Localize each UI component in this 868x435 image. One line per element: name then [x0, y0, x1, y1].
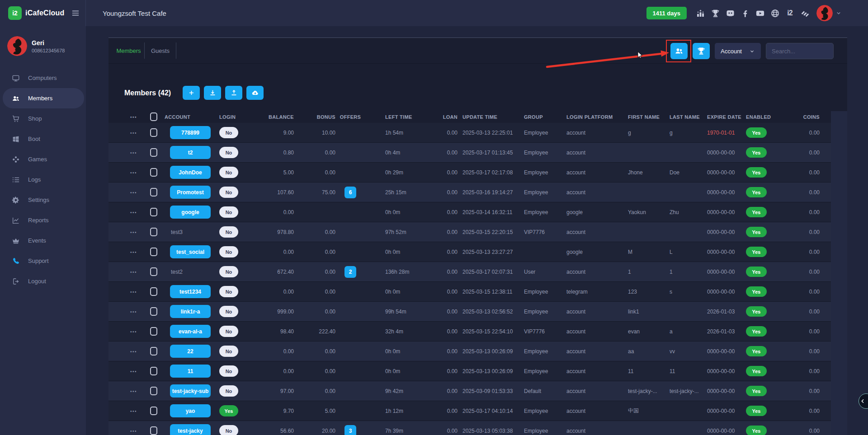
account-pill[interactable]: 778899 — [170, 126, 211, 139]
sidebar-item-boot[interactable]: Boot — [0, 129, 86, 149]
sidebar-item-computers[interactable]: Computers — [0, 68, 86, 88]
sidebar-item-logs[interactable]: Logs — [0, 169, 86, 190]
sidebar-item-games[interactable]: Games — [0, 149, 86, 169]
left-time-cell: 0h 0m — [365, 249, 432, 255]
tab-members[interactable]: Members — [113, 42, 145, 59]
expire-date-cell: 0000-00-00 — [702, 150, 742, 156]
row-menu-icon[interactable]: ••• — [130, 150, 137, 155]
login-platform-cell: telegram — [561, 289, 623, 295]
layers-icon[interactable] — [799, 8, 810, 19]
row-checkbox[interactable] — [150, 148, 157, 157]
hamburger-menu-icon[interactable] — [71, 9, 80, 18]
account-pill[interactable]: test-jacky — [170, 424, 211, 435]
account-label: test2 — [165, 269, 183, 275]
account-pill[interactable]: test-jacky-sub — [170, 384, 211, 398]
account-pill[interactable]: test1234 — [170, 285, 211, 298]
row-menu-icon[interactable]: ••• — [130, 429, 137, 434]
row-checkbox[interactable] — [150, 347, 157, 355]
row-checkbox[interactable] — [150, 228, 157, 236]
row-menu-icon[interactable]: ••• — [130, 349, 137, 354]
offers-badge[interactable]: 6 — [344, 187, 356, 198]
add-member-button[interactable] — [183, 86, 200, 100]
account-pill[interactable]: JohnDoe — [170, 166, 211, 179]
discord-icon[interactable] — [725, 8, 736, 19]
row-menu-icon[interactable]: ••• — [130, 309, 137, 314]
row-checkbox[interactable] — [150, 267, 157, 276]
row-menu-icon[interactable]: ••• — [130, 250, 137, 255]
row-menu-icon[interactable]: ••• — [130, 290, 137, 295]
last-name-cell: L — [665, 249, 702, 255]
row-menu-icon[interactable]: ••• — [130, 409, 137, 414]
export-button[interactable] — [225, 86, 242, 100]
account-pill[interactable]: evan-al-a — [170, 325, 211, 338]
rewards-button[interactable] — [693, 43, 710, 59]
row-menu-icon[interactable]: ••• — [130, 230, 137, 235]
globe-icon[interactable] — [769, 8, 780, 19]
row-checkbox[interactable] — [150, 327, 157, 336]
members-filter-button[interactable] — [670, 43, 688, 59]
row-menu-icon[interactable]: ••• — [130, 170, 137, 175]
search-field-select[interactable]: Account — [715, 43, 761, 59]
windows-icon — [12, 135, 21, 144]
offers-badge[interactable]: 2 — [344, 266, 356, 278]
row-menu-icon[interactable]: ••• — [130, 329, 137, 334]
account-pill[interactable]: Promotest — [170, 186, 211, 199]
search-input[interactable] — [766, 43, 834, 59]
sidebar-item-shop[interactable]: Shop — [0, 108, 86, 129]
account-pill[interactable]: link1r-a — [170, 305, 211, 318]
members-panel: Members Guests Account Members (42) •••A — [108, 37, 847, 435]
import-button[interactable] — [204, 86, 221, 100]
login-status-badge: No — [219, 226, 238, 238]
row-checkbox[interactable] — [150, 188, 157, 196]
select-all-checkbox[interactable] — [150, 112, 157, 121]
sidebar-item-settings[interactable]: Settings — [0, 190, 86, 210]
trophy-icon[interactable] — [710, 8, 721, 19]
table-scrollbar-track[interactable] — [831, 111, 847, 435]
youtube-icon[interactable] — [755, 8, 765, 19]
login-status-badge: No — [219, 306, 238, 317]
row-checkbox[interactable] — [150, 387, 157, 395]
row-checkbox[interactable] — [150, 407, 157, 415]
row-checkbox[interactable] — [150, 208, 157, 216]
user-avatar[interactable] — [816, 5, 833, 21]
menu-dots-icon[interactable]: ••• — [130, 115, 137, 120]
account-pill[interactable]: 11 — [170, 365, 211, 378]
account-pill[interactable]: test_social — [170, 245, 211, 258]
row-menu-icon[interactable]: ••• — [130, 369, 137, 374]
sidebar-item-events[interactable]: Events — [0, 230, 86, 251]
row-checkbox[interactable] — [150, 128, 157, 137]
enabled-cell: Yes — [742, 426, 778, 435]
row-checkbox[interactable] — [150, 307, 157, 316]
sidebar-item-members[interactable]: Members — [3, 88, 84, 108]
first-name-cell: g — [623, 130, 665, 136]
row-menu-icon[interactable]: ••• — [130, 131, 137, 136]
offers-badge[interactable]: 3 — [344, 425, 356, 435]
account-pill[interactable]: 22 — [170, 345, 211, 358]
row-checkbox[interactable] — [150, 287, 157, 296]
chevron-down-icon[interactable] — [835, 10, 842, 16]
row-checkbox[interactable] — [150, 367, 157, 375]
tab-guests[interactable]: Guests — [145, 42, 176, 59]
row-checkbox[interactable] — [150, 426, 157, 435]
icafecloud-icon[interactable]: i2 — [784, 8, 795, 19]
ranking-icon[interactable] — [695, 8, 706, 19]
row-menu-icon[interactable]: ••• — [130, 190, 137, 195]
account-pill[interactable]: yao — [170, 404, 211, 417]
sidebar-item-logout[interactable]: Logout — [0, 271, 86, 291]
sidebar-item-reports[interactable]: Reports — [0, 210, 86, 230]
facebook-icon[interactable] — [740, 8, 750, 19]
row-menu-icon[interactable]: ••• — [130, 270, 137, 275]
cloud-download-button[interactable] — [246, 86, 264, 100]
bonus-cell: 0.00 — [294, 269, 335, 275]
row-menu-icon[interactable]: ••• — [130, 210, 137, 215]
row-menu-icon[interactable]: ••• — [130, 389, 137, 394]
account-pill[interactable]: google — [170, 206, 211, 219]
sidebar-item-support[interactable]: Support — [0, 251, 86, 271]
row-checkbox[interactable] — [150, 248, 157, 256]
account-pill[interactable]: t2 — [170, 146, 211, 159]
row-menu-cell: ••• — [108, 189, 148, 196]
row-checkbox[interactable] — [150, 168, 157, 177]
login-cell: No — [219, 306, 249, 317]
sidebar-avatar[interactable] — [7, 36, 27, 56]
column-header: UPDATE TIME — [458, 114, 519, 120]
